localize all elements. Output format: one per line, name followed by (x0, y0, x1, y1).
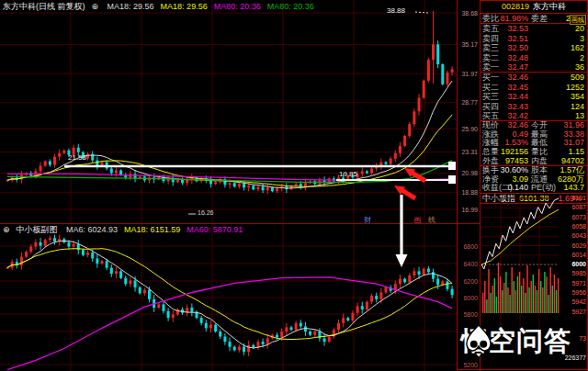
mini-axis-label: 6043 (559, 232, 586, 239)
watermark: 悟空问答 (461, 323, 571, 360)
main-kline-canvas[interactable] (0, 0, 457, 223)
info-label: 涨幅 (482, 139, 499, 148)
axis-label: 25.90 (458, 126, 478, 132)
mini-axis-label: 5971 (559, 280, 586, 287)
ma-label: MA18: 6151.59 (124, 225, 180, 234)
quote-info: 现价32.46今开31.96涨跌0.49最高33.38涨幅1.53%最低31.0… (481, 121, 587, 193)
mini-axis-label: 6101 (559, 195, 586, 201)
ma-label: MA6: 6024.93 (66, 225, 118, 234)
axis-label: 5200 (458, 362, 478, 368)
level-price: 32.48 (507, 53, 528, 62)
index-kline-canvas[interactable] (0, 224, 457, 371)
level-label: 卖三 (482, 43, 499, 52)
info-label: 外盘 (482, 157, 499, 166)
mini-axis-label: 5985 (559, 270, 586, 276)
index-kline-chart[interactable] (0, 224, 457, 371)
axis-label: 35.17 (458, 41, 478, 48)
axis-label: 20.98 (458, 170, 478, 176)
peak-price-label: 38.88 (387, 6, 405, 15)
mini-axis-label: 6058 (559, 223, 586, 230)
info-label: 最高 (531, 130, 548, 140)
axis-label: 5800 (458, 311, 478, 318)
index-chart-header: ⊕中小板副图 MA6: 6024.93MA18: 6151.59MA60: 58… (3, 224, 249, 236)
wukong-logo-icon (461, 323, 496, 358)
level-volume: 13 (575, 111, 584, 120)
info-value: 31.96 (563, 121, 584, 130)
circle-plus-icon[interactable]: ⊕ (3, 225, 10, 234)
info-value: 0.49 (512, 130, 528, 140)
level-volume: 2 (580, 53, 584, 62)
info-value: 192156 (501, 148, 528, 157)
mini-axis-label: 5942 (559, 298, 586, 305)
level-volume: 509 (571, 73, 584, 82)
info-value: 143.7 (563, 184, 584, 193)
ask-row[interactable]: 卖一32.4736 (481, 62, 587, 72)
ma-label: MA18: 29.56 (161, 2, 208, 11)
info-value: 1.15 (568, 148, 584, 157)
level-label: 买一 (482, 73, 499, 82)
level-label: 卖五 (482, 24, 499, 33)
level-price: 32.43 (507, 102, 528, 111)
level-volume: 20 (575, 24, 584, 33)
info-value: 30.60% (500, 166, 528, 175)
chart-tag: 线 (428, 215, 435, 225)
price-axis-strip: 38.6835.1731.9728.7725.9023.3120.9818.88… (457, 0, 480, 371)
level-label: 卖二 (482, 53, 499, 62)
main-kline-chart[interactable] (0, 0, 457, 223)
axis-label: 6800 (458, 243, 478, 250)
weicha-label: 委差 (531, 14, 548, 23)
stock-header[interactable]: 002819东方中科 (481, 1, 587, 14)
stock-name: 东方中科 (533, 2, 566, 11)
info-row: 外盘97453内盘94702 (481, 157, 587, 167)
bid-row[interactable]: 买一32.46509 (481, 73, 587, 82)
draw-line-button[interactable]: 画线 (570, 15, 586, 25)
bid-row[interactable]: 买五32.4213 (481, 111, 587, 120)
level-price: 32.45 (507, 83, 528, 92)
ask-row[interactable]: 卖三32.50162 (481, 43, 587, 52)
info-row: 现价32.46今开31.96 (481, 121, 587, 130)
info-label: 换手 (482, 166, 499, 175)
mini-axis-label: 5927 (559, 309, 586, 315)
axis-label: 6000 (458, 295, 478, 301)
level-volume: 162 (571, 43, 584, 52)
level-label: 买二 (482, 83, 499, 92)
ask-row[interactable]: 卖二32.482 (481, 53, 587, 62)
bid-row[interactable]: 买三32.44354 (481, 92, 587, 101)
info-row: 涨跌0.49最高33.38 (481, 130, 587, 140)
circle-plus-icon[interactable]: ⊕ (92, 2, 99, 11)
chart-tag: 画 (413, 215, 421, 225)
ma-label: MA80: 20.36 (214, 2, 261, 11)
level-price: 32.44 (507, 92, 528, 101)
bid-row[interactable]: 买四32.43124 (481, 102, 587, 111)
main-chart-header: 东方中科(日线 前复权)⊕ MA18: 29.56MA18: 29.56MA80… (3, 1, 321, 13)
axis-label: 38.68 (458, 10, 478, 17)
level-volume: 1252 (566, 83, 584, 92)
stock-code: 002819 (502, 2, 529, 11)
info-label: 流通 (531, 175, 548, 185)
panel-bottom-border (457, 369, 588, 370)
info-row: 涨幅1.53%最低31.07 (481, 139, 587, 148)
info-value: 1.53% (504, 139, 528, 148)
level-price: 32.47 (507, 62, 528, 72)
axis-label: 23.31 (458, 149, 478, 155)
ask-row[interactable]: 卖五32.5320 (481, 24, 587, 33)
index-chart-title: 中小板副图 (17, 225, 58, 234)
low-price-label: 16.26 (198, 209, 214, 216)
main-chart-title: 东方中科(日线 前复权) (3, 2, 85, 11)
info-row: 净资3.09流通6280万 (481, 175, 587, 185)
level-price: 32.51 (507, 34, 528, 43)
info-value: 31.07 (563, 139, 584, 148)
info-value: 97453 (505, 157, 528, 166)
info-label: PE(动) (531, 184, 556, 193)
axis-label: 31.97 (458, 71, 478, 77)
info-value: 94702 (561, 157, 584, 166)
axis-label: 16.99 (458, 207, 478, 213)
ask-levels: 卖五32.5320卖四32.513卖三32.50162卖二32.482卖一32.… (481, 23, 587, 73)
ask-row[interactable]: 卖四32.513 (481, 34, 587, 43)
ma-label: MA80: 20.36 (267, 2, 314, 11)
axis-label: 18.88 (458, 189, 478, 196)
quote-panel: 002819东方中科 委比 81.98% 委差 2029 卖五32.5320卖四… (480, 0, 588, 371)
bid-row[interactable]: 买二32.451252 (481, 83, 587, 92)
weibi-label: 委比 (482, 14, 499, 23)
hline-label-1985: 19.85 (339, 170, 357, 178)
